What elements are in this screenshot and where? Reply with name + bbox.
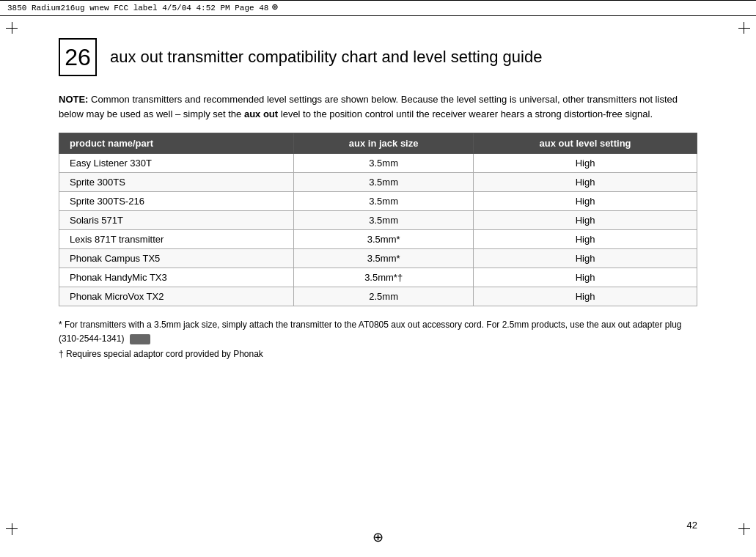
header-text: 3850 Radium216ug wnew FCC label 4/5/04 4…: [7, 4, 268, 12]
col-header-jack: aux in jack size: [294, 133, 474, 154]
chapter-title: aux out transmitter compatibility chart …: [110, 48, 542, 67]
table-cell-2-0: Sprite 300TS-216: [59, 192, 294, 211]
note-body2: level to the position control until the …: [281, 108, 653, 119]
table-row: Phonak HandyMic TX33.5mm*†High: [59, 268, 697, 287]
chapter-number: 26: [59, 38, 97, 76]
table-cell-7-1: 2.5mm: [294, 287, 474, 306]
table-cell-6-2: High: [474, 268, 697, 287]
compatibility-table: product name/part aux in jack size aux o…: [59, 133, 697, 306]
crosshair-icon: [271, 2, 283, 14]
table-cell-1-0: Sprite 300TS: [59, 173, 294, 192]
table-cell-0-0: Easy Listener 330T: [59, 154, 294, 173]
table-cell-7-2: High: [474, 287, 697, 306]
top-header: 3850 Radium216ug wnew FCC label 4/5/04 4…: [0, 0, 756, 16]
reg-mark-bl: [6, 517, 23, 535]
table-header-row: product name/part aux in jack size aux o…: [59, 133, 697, 154]
footnote-star: * For transmitters with a 3.5mm jack siz…: [59, 318, 697, 346]
table-row: Phonak MicroVox TX22.5mmHigh: [59, 287, 697, 306]
table-cell-3-0: Solaris 571T: [59, 211, 294, 230]
page-number: 42: [687, 520, 697, 531]
table-cell-7-0: Phonak MicroVox TX2: [59, 287, 294, 306]
table-cell-5-2: High: [474, 249, 697, 268]
table-cell-4-1: 3.5mm*: [294, 230, 474, 249]
accessory-icon: [130, 334, 150, 344]
table-cell-5-0: Phonak Campus TX5: [59, 249, 294, 268]
table-row: Lexis 871T transmitter3.5mm*High: [59, 230, 697, 249]
aux-out-text: aux out: [244, 108, 278, 119]
table-cell-1-1: 3.5mm: [294, 173, 474, 192]
footnote-dagger-text: † Requires special adaptor cord provided…: [59, 347, 263, 361]
page-container: 3850 Radium216ug wnew FCC label 4/5/04 4…: [0, 0, 756, 557]
col-header-level: aux out level setting: [474, 133, 697, 154]
col-header-product: product name/part: [59, 133, 294, 154]
reg-mark-tr: [733, 22, 750, 40]
table-cell-3-2: High: [474, 211, 697, 230]
table-row: Solaris 571T3.5mmHigh: [59, 211, 697, 230]
table-cell-4-0: Lexis 871T transmitter: [59, 230, 294, 249]
table-cell-0-1: 3.5mm: [294, 154, 474, 173]
chapter-heading: 26 aux out transmitter compatibility cha…: [59, 38, 697, 76]
note-label: NOTE:: [59, 94, 88, 105]
reg-mark-tl: [6, 22, 23, 40]
table-cell-4-2: High: [474, 230, 697, 249]
table-cell-1-2: High: [474, 173, 697, 192]
footnote-dagger: † Requires special adaptor cord provided…: [59, 347, 697, 361]
reg-mark-br: [733, 517, 750, 535]
table-cell-3-1: 3.5mm: [294, 211, 474, 230]
main-content: 26 aux out transmitter compatibility cha…: [0, 23, 756, 384]
table-cell-6-0: Phonak HandyMic TX3: [59, 268, 294, 287]
bottom-crosshair-icon: ⊕: [373, 529, 383, 545]
table-row: Easy Listener 330T3.5mmHigh: [59, 154, 697, 173]
table-cell-0-2: High: [474, 154, 697, 173]
footnotes: * For transmitters with a 3.5mm jack siz…: [59, 318, 697, 362]
table-row: Phonak Campus TX53.5mm*High: [59, 249, 697, 268]
table-cell-6-1: 3.5mm*†: [294, 268, 474, 287]
table-cell-2-2: High: [474, 192, 697, 211]
table-row: Sprite 300TS3.5mmHigh: [59, 173, 697, 192]
table-cell-5-1: 3.5mm*: [294, 249, 474, 268]
note-paragraph: NOTE: Common transmitters and recommende…: [59, 92, 697, 121]
table-row: Sprite 300TS-2163.5mmHigh: [59, 192, 697, 211]
footnote-star-text: * For transmitters with a 3.5mm jack siz…: [59, 318, 697, 346]
table-cell-2-1: 3.5mm: [294, 192, 474, 211]
